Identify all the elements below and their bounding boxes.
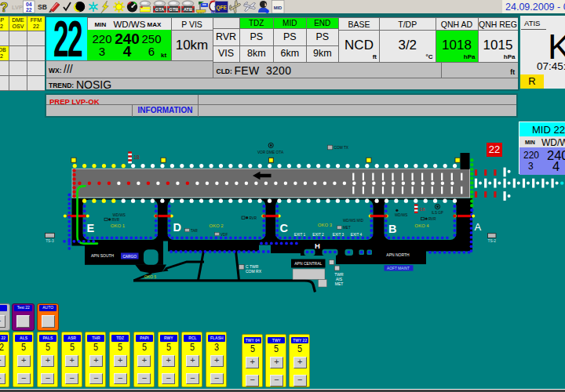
- svg-text:TAR: TAR: [191, 229, 199, 233]
- svg-text:18: 18: [420, 207, 425, 212]
- svg-text:WD/WS MID: WD/WS MID: [343, 219, 364, 223]
- svg-text:TS-3: TS-3: [46, 239, 54, 243]
- svg-text:APN SOUTH: APN SOUTH: [91, 253, 115, 258]
- svg-text:OKO 4: OKO 4: [414, 223, 429, 228]
- svg-text:OKO 2: OKO 2: [209, 223, 224, 228]
- svg-text:E: E: [87, 222, 95, 234]
- svg-text:RVR: RVR: [428, 217, 436, 221]
- svg-text:RVR: RVR: [111, 218, 119, 222]
- svg-text:APN CENTRAL: APN CENTRAL: [294, 261, 322, 266]
- svg-text:MET: MET: [335, 281, 344, 286]
- svg-text:AOFT MAINT: AOFT MAINT: [387, 267, 410, 270]
- svg-text:OKO 1: OKO 1: [111, 223, 126, 228]
- svg-text:B: B: [388, 223, 396, 235]
- svg-text:VOR DME OTA: VOR DME OTA: [257, 151, 284, 154]
- svg-text:WD/WS: WD/WS: [395, 213, 407, 217]
- svg-text:H: H: [315, 241, 320, 250]
- svg-text:VDF: VDF: [221, 233, 228, 237]
- svg-text:A: A: [475, 221, 482, 233]
- svg-text:MET: MET: [343, 226, 351, 230]
- svg-text:CARGO: CARGO: [122, 255, 137, 259]
- svg-text:C: C: [280, 222, 289, 234]
- svg-text:WD/WS: WD/WS: [113, 213, 126, 217]
- svg-text:RVR: RVR: [249, 216, 257, 220]
- svg-text:EXIT 1: EXIT 1: [294, 233, 306, 237]
- svg-text:D: D: [173, 221, 181, 234]
- svg-text:EXIT 2: EXIT 2: [312, 233, 324, 237]
- svg-text:OKO 3: OKO 3: [318, 223, 333, 227]
- svg-text:18: 18: [134, 154, 140, 160]
- svg-text:COM RX: COM RX: [246, 269, 262, 274]
- svg-text:ILS GP: ILS GP: [432, 211, 443, 215]
- svg-text:OKO 5: OKO 5: [144, 274, 157, 279]
- svg-text:EXIT 4: EXIT 4: [351, 233, 363, 237]
- svg-text:EXIT 3: EXIT 3: [333, 233, 344, 237]
- svg-text:APN NORTH: APN NORTH: [386, 252, 410, 257]
- svg-text:TS-2: TS-2: [488, 239, 497, 243]
- svg-text:COM TX: COM TX: [334, 146, 349, 150]
